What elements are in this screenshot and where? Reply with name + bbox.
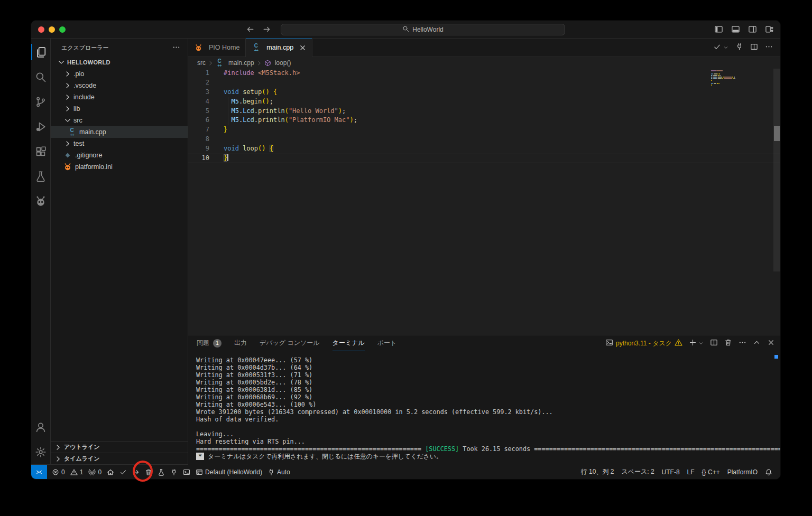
code-line-2: 2 [188, 78, 780, 88]
activity-accounts[interactable] [31, 415, 50, 439]
status-pio-serial-monitor[interactable] [168, 465, 180, 479]
remote-indicator[interactable] [31, 465, 47, 479]
editor-scrollbar[interactable] [773, 69, 780, 271]
status-problems-warnings[interactable]: 1 [68, 465, 86, 479]
zoom-window-button[interactable] [59, 26, 66, 33]
cpp-file-icon: C++ [68, 128, 76, 136]
tree-item-platformio-ini[interactable]: platformio.ini [51, 161, 188, 173]
activity-search[interactable] [31, 64, 50, 89]
go-back-button[interactable] [246, 25, 255, 36]
screenshot-page: HelloWorld エクスプローラー HELLOWORLD.pio.vscod… [0, 0, 812, 516]
run-build-check-button[interactable] [713, 43, 721, 53]
command-center-search[interactable]: HelloWorld [281, 24, 565, 35]
tab-debug-console[interactable]: デバッグ コンソール [260, 335, 320, 351]
terminal-output[interactable]: Writing at 0x00047eee... (57 %)Writing a… [188, 351, 780, 465]
status-indentation[interactable]: スペース: 2 [617, 465, 658, 479]
split-terminal-button[interactable] [710, 339, 718, 349]
activity-extensions[interactable] [31, 139, 50, 164]
terminal-line: Writing at 0x00068b69... (92 %) [196, 393, 780, 401]
tree-item-vscode[interactable]: .vscode [51, 80, 188, 91]
tree-item-test[interactable]: test [51, 138, 188, 149]
line-number: 8 [188, 135, 209, 144]
terminal-line: Hash of data verified. [196, 416, 780, 423]
tree-item-helloworld[interactable]: HELLOWORLD [51, 57, 188, 68]
titlebar: HelloWorld [31, 21, 780, 39]
tab-main-cpp[interactable]: C++main.cpp [246, 39, 312, 57]
status-pio-home[interactable] [104, 465, 117, 479]
activity-source-control[interactable] [31, 89, 50, 114]
tree-item-lib[interactable]: lib [51, 103, 188, 115]
breadcrumb[interactable]: srcC++main.cpploop() [188, 57, 780, 69]
minimap[interactable] [711, 70, 735, 86]
status-pio-upload-port[interactable]: Auto [265, 465, 293, 479]
activity-testing[interactable] [31, 164, 50, 189]
code-line-3: 3void setup() { [188, 88, 780, 97]
status-pio-build[interactable] [117, 465, 130, 479]
tab-pio-home[interactable]: PIO Home [188, 39, 246, 57]
more-actions-button[interactable] [765, 43, 773, 53]
activity-bar [31, 39, 51, 464]
line-number: 3 [188, 88, 209, 97]
new-terminal-button[interactable] [689, 339, 697, 349]
tree-item-include[interactable]: include [51, 91, 188, 103]
code-line-8: 8 [188, 135, 780, 144]
close-panel-button[interactable] [767, 339, 775, 349]
kill-terminal-button[interactable] [724, 339, 732, 349]
close-window-button[interactable] [38, 26, 44, 33]
status-cursor-position[interactable]: 行 10、列 2 [577, 465, 618, 479]
breadcrumb-item-src[interactable]: src [197, 59, 206, 67]
status-pio-test[interactable] [155, 465, 168, 479]
activity-run-debug[interactable] [31, 114, 50, 139]
terminal-session[interactable]: python3.11 - タスク [605, 339, 682, 348]
toggle-panel-button[interactable] [731, 25, 740, 36]
close-tab-icon[interactable] [299, 44, 306, 51]
task-reuse-marker: * [196, 453, 204, 460]
run-dropdown-button[interactable] [728, 43, 728, 52]
status-encoding[interactable]: UTF-8 [658, 465, 684, 479]
tree-item-src[interactable]: src [51, 115, 188, 126]
line-number: 10 [188, 154, 209, 163]
status-platformio-version[interactable]: PlatformIO [724, 465, 761, 479]
line-number: 7 [188, 125, 209, 135]
toggle-primary-sidebar-button[interactable] [714, 25, 723, 36]
serial-monitor-button[interactable] [735, 43, 743, 53]
customize-layout-button[interactable] [765, 25, 774, 36]
status-pio-terminal[interactable] [180, 465, 193, 479]
go-forward-button[interactable] [262, 25, 271, 36]
sidebar-more-actions[interactable] [172, 43, 180, 52]
chev-r-icon [63, 70, 72, 78]
maximize-panel-button[interactable] [753, 339, 761, 349]
tree-item-main-cpp[interactable]: C++main.cpp [51, 126, 188, 138]
terminal-line: Writing at 0x0006e543... (100 %) [196, 401, 780, 408]
terminal-dropdown-button[interactable] [703, 339, 704, 348]
tree-item-pio[interactable]: .pio [51, 68, 188, 80]
chev-r-icon [54, 443, 62, 452]
activity-platformio[interactable] [31, 189, 50, 213]
tab-terminal[interactable]: ターミナル [333, 335, 365, 351]
code-editor[interactable]: 1#include <M5Stack.h>23void setup() {4 M… [188, 69, 780, 335]
tab-problems[interactable]: 問題1 [197, 335, 222, 351]
status-port-indicator[interactable]: 0 [86, 465, 104, 479]
more-actions-button[interactable] [739, 339, 746, 349]
tab-ports[interactable]: ポート [377, 335, 397, 351]
status-problems-errors[interactable]: 0 [49, 465, 68, 479]
warn-icon [70, 468, 78, 476]
status-pio-env[interactable]: Default (HelloWorld) [193, 465, 265, 479]
breadcrumb-item-loop[interactable]: loop() [275, 59, 291, 67]
split-editor-button[interactable] [750, 43, 758, 53]
activity-explorer[interactable] [31, 40, 50, 64]
breadcrumb-item-main-cpp[interactable]: main.cpp [228, 59, 254, 67]
sidebar-section-item[interactable]: アウトライン [51, 441, 188, 453]
beaker-icon [35, 171, 47, 182]
tree-item-gitignore[interactable]: .gitignore [51, 149, 188, 161]
status-eol[interactable]: LF [684, 465, 698, 479]
activity-settings[interactable] [31, 439, 50, 464]
status-language-mode[interactable]: {} C++ [698, 465, 724, 479]
status-notifications[interactable] [761, 465, 776, 479]
sidebar-section-item[interactable]: タイムライン [51, 453, 188, 464]
tab-output[interactable]: 出力 [234, 335, 247, 351]
toggle-secondary-sidebar-button[interactable] [748, 25, 757, 36]
minimize-window-button[interactable] [49, 26, 55, 33]
file-tree: HELLOWORLD.pio.vscodeincludelibsrcC++mai… [51, 57, 188, 441]
layout-l-icon [714, 25, 723, 34]
